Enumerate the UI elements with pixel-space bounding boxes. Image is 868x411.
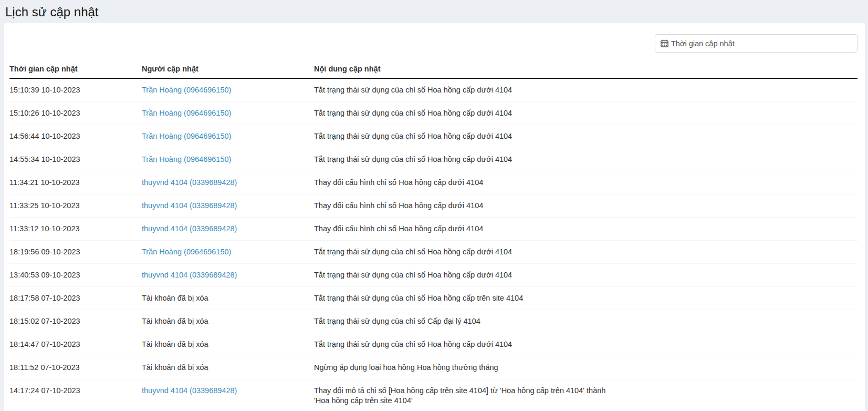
row-time: 14:17:24 07-10-2023: [9, 379, 142, 411]
row-time: 18:19:56 09-10-2023: [9, 241, 142, 264]
row-content: Tắt trạng thái sử dụng của chỉ số Hoa hồ…: [314, 148, 857, 171]
row-user: thuyvnd 4104 (0339689428): [142, 379, 314, 411]
row-user: Tài khoản đã bị xóa: [142, 356, 314, 379]
row-time: 13:40:53 09-10-2023: [9, 264, 142, 287]
row-user: Tài khoản đã bị xóa: [142, 333, 314, 356]
row-content: Tắt trạng thái sử dụng của chỉ số Cấp đạ…: [314, 310, 857, 333]
user-link[interactable]: thuyvnd 4104 (0339689428): [142, 386, 237, 395]
update-history-table: Thời gian cập nhật Người cập nhật Nội du…: [9, 60, 857, 411]
calendar-icon: [661, 39, 668, 47]
column-header-content: Nội dung cập nhật: [314, 60, 857, 78]
filter-bar: [9, 28, 857, 53]
history-card: Thời gian cập nhật Người cập nhật Nội du…: [4, 23, 865, 411]
table-row: 11:33:12 10-10-2023 thuyvnd 4104 (033968…: [9, 218, 857, 241]
row-time: 18:14:47 07-10-2023: [9, 333, 142, 356]
row-content: Ngừng áp dụng loại hoa hồng Hoa hồng thư…: [314, 356, 857, 379]
row-content: Tắt trạng thái sử dụng của chỉ số Hoa hồ…: [314, 102, 857, 125]
deleted-account-label: Tài khoản đã bị xóa: [142, 340, 208, 348]
content-header: Lịch sử cập nhật: [0, 0, 868, 23]
table-row: 14:17:24 07-10-2023 thuyvnd 4104 (033968…: [9, 379, 857, 411]
table-row: 18:14:47 07-10-2023 Tài khoản đã bị xóa …: [9, 333, 857, 356]
row-user: Trần Hoàng (0964696150): [142, 125, 314, 148]
table-body: 15:10:39 10-10-2023 Trần Hoàng (09646961…: [9, 78, 857, 411]
column-header-user: Người cập nhật: [142, 60, 314, 78]
row-content: Thay đổi cấu hình chỉ số Hoa hồng cấp dư…: [314, 218, 857, 241]
row-time: 11:34:21 10-10-2023: [9, 171, 142, 194]
row-time: 15:10:26 10-10-2023: [9, 102, 142, 125]
row-user: Tài khoản đã bị xóa: [142, 287, 314, 310]
table-row: 14:56:44 10-10-2023 Trần Hoàng (09646961…: [9, 125, 857, 148]
table-row: 14:55:34 10-10-2023 Trần Hoàng (09646961…: [9, 148, 857, 171]
deleted-account-label: Tài khoản đã bị xóa: [142, 294, 208, 302]
page-title: Lịch sử cập nhật: [5, 4, 868, 20]
row-time: 18:15:02 07-10-2023: [9, 310, 142, 333]
row-user: Trần Hoàng (0964696150): [142, 102, 314, 125]
row-user: Trần Hoàng (0964696150): [142, 148, 314, 171]
deleted-account-label: Tài khoản đã bị xóa: [142, 317, 208, 325]
date-range-filter[interactable]: [655, 34, 857, 53]
row-time: 11:33:25 10-10-2023: [9, 194, 142, 218]
table-row: 18:17:58 07-10-2023 Tài khoản đã bị xóa …: [9, 287, 857, 310]
table-row: 15:10:39 10-10-2023 Trần Hoàng (09646961…: [9, 78, 857, 102]
user-link[interactable]: Trần Hoàng (0964696150): [142, 155, 231, 163]
user-link[interactable]: thuyvnd 4104 (0339689428): [142, 201, 237, 210]
row-content: Thay đổi cấu hình chỉ số Hoa hồng cấp dư…: [314, 194, 857, 218]
row-user: thuyvnd 4104 (0339689428): [142, 171, 314, 194]
user-link[interactable]: thuyvnd 4104 (0339689428): [142, 271, 237, 279]
row-content: Thay đổi mô tả chỉ số [Hoa hồng cấp trên…: [314, 379, 857, 411]
row-content: Tắt trạng thái sử dụng của chỉ số Hoa hồ…: [314, 125, 857, 148]
table-row: 15:10:26 10-10-2023 Trần Hoàng (09646961…: [9, 102, 857, 125]
row-time: 14:55:34 10-10-2023: [9, 148, 142, 171]
column-header-time: Thời gian cập nhật: [9, 60, 142, 78]
row-user: Trần Hoàng (0964696150): [142, 78, 314, 102]
user-link[interactable]: Trần Hoàng (0964696150): [142, 86, 231, 94]
table-header: Thời gian cập nhật Người cập nhật Nội du…: [9, 60, 857, 78]
deleted-account-label: Tài khoản đã bị xóa: [142, 363, 208, 372]
table-row: 13:40:53 09-10-2023 thuyvnd 4104 (033968…: [9, 264, 857, 287]
table-row: 18:11:52 07-10-2023 Tài khoản đã bị xóa …: [9, 356, 857, 379]
row-time: 14:56:44 10-10-2023: [9, 125, 142, 148]
row-time: 18:11:52 07-10-2023: [9, 356, 142, 379]
user-link[interactable]: Trần Hoàng (0964696150): [142, 248, 231, 256]
table-row: 11:34:21 10-10-2023 thuyvnd 4104 (033968…: [9, 171, 857, 194]
row-user: Trần Hoàng (0964696150): [142, 241, 314, 264]
table-row: 18:15:02 07-10-2023 Tài khoản đã bị xóa …: [9, 310, 857, 333]
table-row: 18:19:56 09-10-2023 Trần Hoàng (09646961…: [9, 241, 857, 264]
user-link[interactable]: Trần Hoàng (0964696150): [142, 132, 231, 140]
row-content: Tắt trạng thái sử dụng của chỉ số Hoa hồ…: [314, 264, 857, 287]
row-time: 15:10:39 10-10-2023: [9, 78, 142, 102]
row-content: Tắt trạng thái sử dụng của chỉ số Hoa hồ…: [314, 287, 857, 310]
row-content: Tắt trạng thái sử dụng của chỉ số Hoa hồ…: [314, 333, 857, 356]
date-filter-input[interactable]: [671, 39, 852, 48]
row-user: thuyvnd 4104 (0339689428): [142, 194, 314, 218]
row-user: Tài khoản đã bị xóa: [142, 310, 314, 333]
row-content: Tắt trạng thái sử dụng của chỉ số Hoa hồ…: [314, 78, 857, 102]
row-user: thuyvnd 4104 (0339689428): [142, 264, 314, 287]
user-link[interactable]: Trần Hoàng (0964696150): [142, 109, 231, 117]
row-time: 11:33:12 10-10-2023: [9, 218, 142, 241]
user-link[interactable]: thuyvnd 4104 (0339689428): [142, 224, 237, 233]
row-content: Tắt trạng thái sử dụng của chỉ số Hoa hồ…: [314, 241, 857, 264]
table-row: 11:33:25 10-10-2023 thuyvnd 4104 (033968…: [9, 194, 857, 218]
row-time: 18:17:58 07-10-2023: [9, 287, 142, 310]
row-content: Thay đổi cấu hình chỉ số Hoa hồng cấp dư…: [314, 171, 857, 194]
row-user: thuyvnd 4104 (0339689428): [142, 218, 314, 241]
user-link[interactable]: thuyvnd 4104 (0339689428): [142, 178, 237, 187]
